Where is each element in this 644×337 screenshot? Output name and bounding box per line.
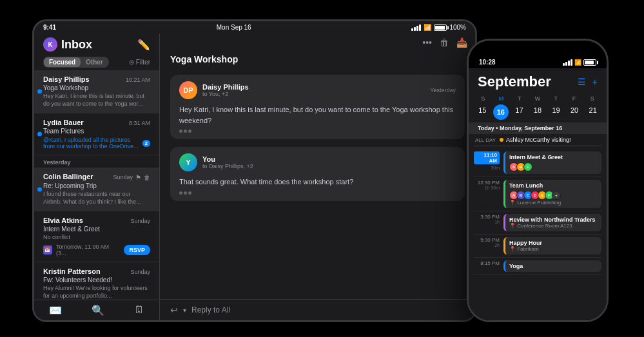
message-dots — [179, 130, 456, 133]
mini-avatar: C — [523, 162, 532, 171]
phone-status-right: 📶 — [563, 59, 596, 66]
list-view-icon[interactable]: ☰ — [578, 77, 586, 87]
message-date: Yesterday — [430, 87, 456, 93]
cal-day[interactable]: 15 — [474, 104, 491, 120]
inbox-subject: Re: Upcoming Trip — [43, 182, 150, 189]
calendar-info: Tomorrow, 11:00 AM (3... — [56, 244, 121, 256]
cal-event-row[interactable]: 5:30 PM 2h Happy Hour 📍 Fabrikam — [474, 235, 601, 258]
all-day-dot — [500, 138, 503, 142]
more-icon[interactable]: ••• — [422, 37, 432, 48]
cal-event-row[interactable]: 11:10 AM 30m Intern Meet & Greet A B C — [474, 149, 601, 177]
cal-event-location: 📍 Lucerne Publishing — [509, 200, 598, 206]
inbox-header: K Inbox ✏️ — [34, 34, 159, 54]
cal-day[interactable]: 21 — [584, 104, 601, 120]
cal-days-row: 15 16 17 18 19 20 21 — [474, 104, 601, 120]
time-highlight: 11:10 AM — [474, 151, 500, 164]
flag-icon: ⚑ — [135, 174, 141, 181]
inbox-sender: Colin Ballinger — [43, 173, 93, 180]
cal-event-body: Happy Hour 📍 Fabrikam — [503, 237, 601, 255]
cal-event-location: 📍 Fabrikam — [509, 246, 598, 252]
cal-event-duration: 30m — [474, 166, 500, 170]
cal-day-today[interactable]: 16 — [493, 104, 509, 120]
calendar-icon: 🗓 — [134, 304, 144, 316]
phone-notch — [509, 41, 567, 55]
message-dots — [179, 191, 456, 195]
list-item[interactable]: Elvia Atkins Sunday Intern Meet & Greet … — [34, 211, 159, 262]
inbox-preview: No conflict — [43, 234, 150, 242]
cal-header-icons: ☰ + — [578, 77, 598, 87]
inbox-preview: Hey Alumni! We're looking for volunteers… — [43, 285, 150, 300]
delete-icon[interactable]: 🗑 — [440, 37, 449, 48]
inbox-time: Sunday — [130, 218, 150, 224]
tablet-status-bar: 9:41 Mon Sep 16 📶 100% — [34, 21, 475, 34]
cal-month: September — [478, 73, 551, 90]
cal-day[interactable]: 19 — [547, 104, 565, 120]
trash-icon: 🗑 — [144, 174, 150, 181]
message-meta: You to Daisy Phillips, +2 — [202, 155, 456, 169]
filter-label: Filter — [136, 59, 150, 66]
battery-icon — [583, 59, 596, 66]
cal-event-time: 3:30 PM — [474, 214, 500, 220]
inbox-avatar: K — [43, 37, 57, 52]
inbox-time: Sunday — [113, 174, 133, 180]
email-messages: DP Daisy Phillips to You, +2 Yesterday H… — [160, 70, 475, 299]
cal-event-time: 12:30 PM — [474, 180, 500, 186]
reply-icon: ↩ — [170, 305, 178, 315]
archive-icon[interactable]: 📥 — [456, 37, 467, 48]
cal-event-row[interactable]: 12:30 PM 1h 30m Team Lunch A B C D E — [474, 177, 601, 211]
cal-event-time-col: 11:10 AM 30m — [474, 151, 500, 174]
day-header: M — [492, 95, 510, 102]
tab-mail[interactable]: ✉️ — [49, 304, 62, 316]
message-body: Hey Katri, I know this is last minute, b… — [179, 104, 456, 126]
message-sender-name: You — [202, 155, 456, 163]
list-item[interactable]: Colin Ballinger Sunday ⚑ 🗑 Re: Upcoming … — [34, 168, 159, 211]
cal-event-row[interactable]: 3:30 PM 1h Review with Northwind Traders… — [474, 211, 601, 235]
list-item[interactable]: Kristin Patterson Sunday Fw: Volunteers … — [34, 262, 159, 300]
reply-chevron: ▾ — [183, 307, 186, 314]
compose-button[interactable]: ✏️ — [137, 39, 150, 51]
cal-event-body: Yoga — [503, 260, 601, 272]
list-item[interactable]: Lydia Bauer 8:31 AM Team Pictures @Katri… — [34, 113, 159, 155]
wifi-icon: 📶 — [574, 59, 581, 66]
reply-bar[interactable]: ↩ ▾ Reply to All — [160, 299, 475, 320]
cal-event-body: Team Lunch A B C D E F + 📍 Lucerne Publi… — [503, 180, 601, 208]
cal-event-time-col: 5:30 PM 2h — [474, 237, 500, 255]
filter-icon: ⊜ — [129, 59, 134, 66]
inbox-time: Sunday — [130, 269, 150, 275]
cal-day[interactable]: 18 — [529, 104, 547, 120]
inbox-sender: Lydia Bauer — [43, 119, 84, 126]
tablet-time: 9:41 — [43, 24, 56, 31]
tablet: 9:41 Mon Sep 16 📶 100% — [32, 19, 477, 322]
calendar-badge: 📅 — [43, 246, 52, 255]
mention-preview: @Katri, I uploaded all the pictures from… — [43, 137, 139, 149]
tab-calendar[interactable]: 🗓 — [134, 304, 144, 316]
tab-other[interactable]: Other — [81, 57, 108, 67]
battery-pct: 100% — [449, 24, 466, 31]
tab-focused[interactable]: Focused — [44, 57, 81, 67]
scene: 9:41 Mon Sep 16 📶 100% — [0, 0, 644, 337]
day-header: T — [511, 95, 529, 102]
cal-event-avatars: A B C D E F + — [509, 191, 598, 200]
cal-event-location: 📍 Conference Room A123 — [509, 223, 598, 229]
filter-button[interactable]: ⊜ Filter — [129, 59, 150, 66]
cal-day[interactable]: 20 — [566, 104, 583, 120]
reply-label: Reply to All — [191, 305, 230, 314]
list-item[interactable]: Daisy Phillips 10:21 AM Yoga Workshop He… — [34, 70, 159, 113]
tablet-status-right: 📶 100% — [411, 24, 466, 31]
battery-icon — [434, 24, 447, 31]
search-icon: 🔍 — [92, 304, 104, 316]
tab-search[interactable]: 🔍 — [92, 304, 104, 316]
all-day-label: ALL DAY — [474, 137, 500, 143]
cal-day[interactable]: 17 — [511, 104, 528, 120]
cal-events: ALL DAY Ashley McCarthy visiting! 11:10 … — [469, 134, 607, 320]
rsvp-button[interactable]: RSVP — [124, 245, 150, 255]
inbox-title: Inbox — [61, 38, 92, 52]
wifi-icon: 📶 — [424, 24, 431, 31]
calendar-app: September ☰ + S M T W T F S — [469, 68, 607, 320]
add-event-icon[interactable]: + — [592, 77, 598, 87]
inbox-preview: Hey Katri, I know this is last minute, b… — [43, 93, 150, 108]
message-avatar-you: Y — [179, 153, 197, 171]
cal-event-row[interactable]: 8:15 PM Yoga — [474, 258, 601, 275]
inbox-filter-row: Focused Other ⊜ Filter — [34, 54, 159, 70]
message-meta: Daisy Phillips to You, +2 — [202, 83, 425, 97]
